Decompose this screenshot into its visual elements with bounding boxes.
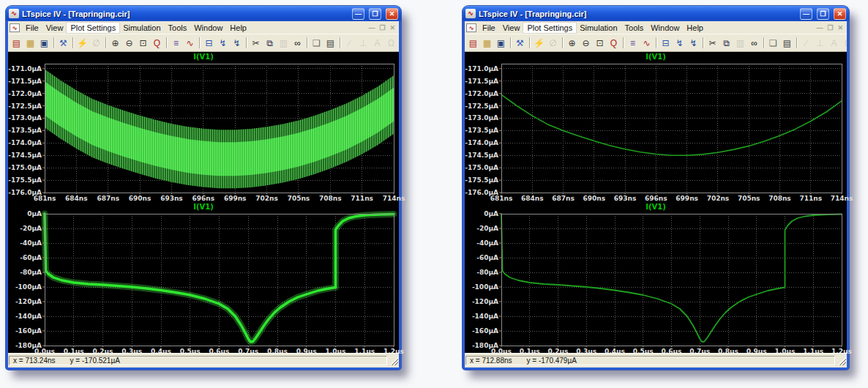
- minimize-button[interactable]: —: [800, 8, 812, 20]
- waveform-plot-bottom[interactable]: 0.0µs0.1µs0.2µs0.3µs0.4µs0.5µs0.6µs0.7µs…: [8, 212, 399, 355]
- open-file-icon[interactable]: ▦: [480, 37, 494, 50]
- cut-icon[interactable]: ✂: [249, 37, 263, 50]
- y-tick-label: 0µA: [27, 210, 42, 217]
- mdi-minimize-button[interactable]: —: [814, 24, 825, 31]
- x-tick-label: 687ns: [97, 195, 119, 202]
- menu-help[interactable]: Help: [226, 23, 250, 33]
- view-spice-netlist-icon[interactable]: ≡: [626, 37, 640, 50]
- maximize-button[interactable]: ❐: [369, 8, 381, 20]
- probe-voltage-icon[interactable]: ↯: [216, 37, 230, 50]
- title-bar[interactable]: ∿ LTspice IV - [Trapringing.cir] — ❐ ✕: [463, 6, 849, 21]
- zoom-back-icon[interactable]: ⊖: [122, 37, 136, 50]
- mdi-minimize-button[interactable]: —: [366, 24, 377, 31]
- save-file-icon[interactable]: ▣: [494, 37, 508, 50]
- menu-view[interactable]: View: [499, 23, 524, 33]
- find-icon[interactable]: ∞: [747, 37, 761, 50]
- close-button[interactable]: ✕: [834, 8, 846, 20]
- view-spice-netlist-icon[interactable]: ≡: [169, 37, 183, 50]
- menu-simulation[interactable]: Simulation: [119, 23, 164, 33]
- x-tick-label: 711ns: [799, 195, 822, 202]
- zoom-in-icon[interactable]: ⊕: [108, 37, 122, 50]
- new-schematic-icon[interactable]: ▤: [466, 37, 480, 50]
- y-tick-label: -180µA: [15, 342, 42, 349]
- find-icon[interactable]: ∞: [291, 37, 304, 50]
- probe-current-icon[interactable]: ↯: [230, 37, 244, 50]
- cursor-readout: x = 713.24ns y = -170.521µA: [9, 356, 387, 365]
- save-file-icon[interactable]: ▣: [37, 37, 51, 50]
- menu-plot-settings[interactable]: Plot Settings: [523, 23, 576, 33]
- x-tick-label: 702ns: [255, 195, 278, 202]
- waveform-plot-top[interactable]: 681ns684ns687ns690ns693ns696ns699ns702ns…: [465, 61, 847, 202]
- zoom-fit-icon[interactable]: ⊡: [136, 37, 150, 50]
- cut-icon[interactable]: ✂: [706, 37, 719, 50]
- menu-file[interactable]: File: [479, 23, 499, 33]
- x-tick-label: 705ns: [288, 195, 310, 202]
- print-icon[interactable]: ▤: [780, 37, 794, 50]
- waveform-plot-top[interactable]: 681ns684ns687ns690ns693ns696ns699ns702ns…: [8, 61, 399, 202]
- y-tick-label: -140µA: [472, 313, 498, 320]
- view-waveform-icon[interactable]: ∿: [183, 37, 197, 50]
- probe-current-icon[interactable]: ↯: [686, 37, 700, 50]
- plot-pane-top: I(V1) 681ns684ns687ns690ns693ns696ns699n…: [465, 52, 847, 202]
- ltspice-window-right: ∿ LTspice IV - [Trapringing.cir] — ❐ ✕ ∿…: [463, 6, 849, 370]
- maximize-button[interactable]: ❐: [817, 8, 829, 20]
- trace-label[interactable]: I(V1): [465, 202, 847, 212]
- menu-tools[interactable]: Tools: [165, 23, 191, 33]
- print-preview-icon[interactable]: ❏: [310, 37, 323, 50]
- mdi-close-button[interactable]: ✕: [387, 24, 397, 31]
- trace-ringing-texture: [45, 64, 394, 193]
- trace-label[interactable]: I(V1): [8, 202, 399, 212]
- resize-grip[interactable]: [389, 356, 398, 365]
- zoom-fit-icon[interactable]: ⊡: [593, 37, 607, 50]
- cursor-x-value: x = 713.24ns: [13, 357, 56, 365]
- menu-simulation[interactable]: Simulation: [576, 23, 621, 33]
- zoom-full-extents-icon[interactable]: Q: [607, 37, 621, 50]
- zoom-full-extents-icon[interactable]: Q: [150, 37, 164, 50]
- run-simulation-icon[interactable]: ⚡: [532, 37, 546, 50]
- zoom-back-icon[interactable]: ⊖: [579, 37, 593, 50]
- run-simulation-icon[interactable]: ⚡: [75, 37, 89, 50]
- toolbar-separator: [529, 37, 530, 48]
- menu-file[interactable]: File: [22, 23, 42, 33]
- y-tick-label: -120µA: [15, 298, 42, 305]
- mdi-restore-button[interactable]: ❐: [377, 24, 387, 31]
- x-tick-label: 684ns: [521, 195, 544, 202]
- x-tick-label: 702ns: [707, 195, 730, 202]
- copy-icon[interactable]: ⧉: [719, 37, 733, 50]
- control-panel-icon[interactable]: ⚒: [513, 37, 527, 50]
- trace-label[interactable]: I(V1): [465, 52, 847, 61]
- cursor-y-value: y = -170.521µA: [70, 357, 120, 365]
- probe-voltage-icon[interactable]: ↯: [673, 37, 686, 50]
- view-waveform-icon[interactable]: ∿: [640, 37, 654, 50]
- trace-label[interactable]: I(V1): [8, 52, 399, 61]
- x-tick-label: 696ns: [192, 195, 215, 202]
- x-tick-label: 705ns: [738, 195, 760, 202]
- menu-tools[interactable]: Tools: [621, 23, 648, 33]
- close-button[interactable]: ✕: [386, 8, 398, 20]
- tile-windows-icon[interactable]: ⊟: [202, 37, 216, 50]
- menu-view[interactable]: View: [42, 23, 67, 33]
- print-icon[interactable]: ▤: [323, 37, 337, 50]
- x-tick-label: 690ns: [583, 195, 606, 202]
- waveform-plot-bottom[interactable]: 0.0µs0.1µs0.2µs0.3µs0.4µs0.5µs0.6µs0.7µs…: [465, 212, 847, 355]
- x-tick-label: 714ns: [383, 195, 405, 202]
- menu-window[interactable]: Window: [647, 23, 683, 33]
- copy-icon[interactable]: ⧉: [263, 37, 277, 50]
- zoom-in-icon[interactable]: ⊕: [565, 37, 579, 50]
- menu-plot-settings[interactable]: Plot Settings: [67, 23, 119, 33]
- tile-windows-icon[interactable]: ⊟: [659, 37, 673, 50]
- print-preview-icon[interactable]: ❏: [766, 37, 780, 50]
- menu-help[interactable]: Help: [683, 23, 707, 33]
- minimize-button[interactable]: —: [352, 8, 364, 20]
- resize-grip[interactable]: [837, 356, 846, 365]
- control-panel-icon[interactable]: ⚒: [56, 37, 70, 50]
- mdi-close-button[interactable]: ✕: [835, 24, 845, 31]
- y-tick-label: 0µA: [484, 210, 498, 217]
- mdi-restore-button[interactable]: ❐: [825, 24, 835, 31]
- menu-window[interactable]: Window: [190, 23, 226, 33]
- x-tick-label: 699ns: [224, 195, 247, 202]
- y-tick-label: -175.5µA: [8, 176, 42, 184]
- title-bar[interactable]: ∿ LTspice IV - [Trapringing.cir] — ❐ ✕: [6, 6, 401, 21]
- new-schematic-icon[interactable]: ▤: [10, 37, 23, 50]
- open-file-icon[interactable]: ▦: [23, 37, 37, 50]
